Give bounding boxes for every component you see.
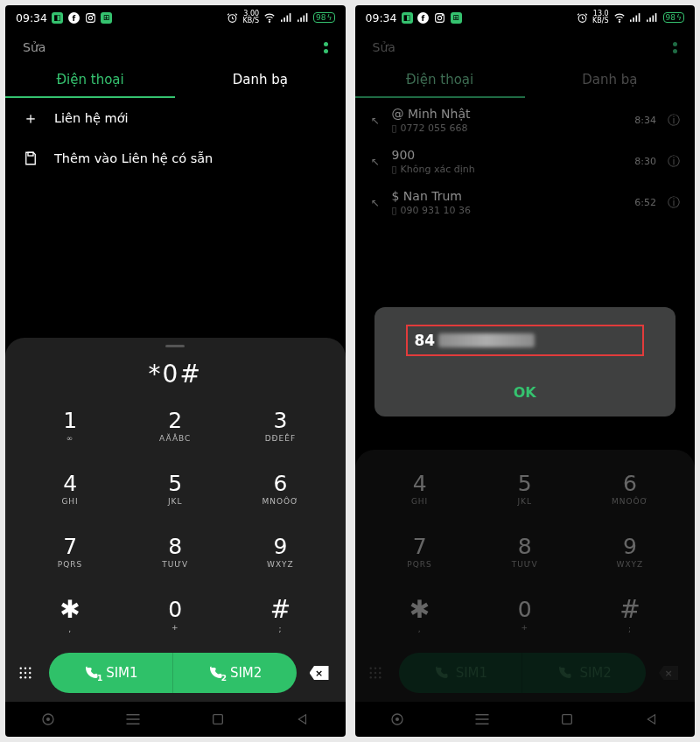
dimmed-content: Sửa Điện thoại Danh bạ ↖@ Minh Nhật▯0772… <box>355 26 696 225</box>
key-8[interactable]: 8TUƯV <box>122 520 228 583</box>
dialog-ok-button[interactable]: OK <box>390 372 661 416</box>
phone-icon <box>433 665 449 681</box>
nav-home-button[interactable] <box>208 710 228 729</box>
key-0[interactable]: 0+ <box>122 583 228 646</box>
key-8: 8TUƯV <box>472 520 578 583</box>
backspace-button[interactable]: × <box>305 666 333 680</box>
key-digit: # <box>270 595 290 624</box>
svg-rect-12 <box>300 18 302 22</box>
key-letters: PQRS <box>58 560 82 569</box>
key-✱[interactable]: ✱, <box>18 583 122 646</box>
key-letters: PQRS <box>407 560 431 569</box>
call-info: 900▯Không xác định <box>392 148 622 175</box>
call-info: @ Minh Nhật▯0772 055 668 <box>392 107 622 134</box>
option-add-to-existing[interactable]: Thêm vào Liên hệ có sẵn <box>5 138 346 178</box>
svg-rect-14 <box>305 13 307 22</box>
call-sim1-button[interactable]: 1 SIM1 <box>49 653 172 693</box>
tabs: Điện thoại Danh bạ <box>5 58 346 98</box>
svg-text:f: f <box>422 13 425 22</box>
key-7[interactable]: 7PQRS <box>18 520 122 583</box>
signal-icon <box>630 11 642 24</box>
call-time: 6:52 <box>630 197 656 208</box>
status-time: 09:34 <box>366 11 397 24</box>
key-digit: 6 <box>273 471 287 496</box>
svg-point-4 <box>93 14 94 15</box>
key-letters: GHI <box>61 497 78 506</box>
nav-recent-button[interactable] <box>388 710 407 729</box>
key-letters: DĐEÊF <box>265 434 296 443</box>
signal-icon <box>297 11 309 24</box>
key-6[interactable]: 6MNOÔƠ <box>228 457 332 520</box>
key-3[interactable]: 3DĐEÊF <box>228 394 332 457</box>
tab-contacts[interactable]: Danh bạ <box>175 63 345 98</box>
nav-menu-button[interactable] <box>472 710 492 729</box>
entered-number: *0# <box>5 353 346 394</box>
app-icon: ⊞ <box>101 12 112 24</box>
facebook-icon: f <box>67 11 80 24</box>
key-9[interactable]: 9WXYZ <box>228 520 332 583</box>
option-new-contact[interactable]: ＋ Liên hệ mới <box>5 98 346 138</box>
key-digit: 0 <box>168 597 182 622</box>
call-buttons: SIM1 SIM2 <box>399 653 647 693</box>
key-letters: TUƯV <box>162 560 188 569</box>
key-2[interactable]: 2AĂÂBC <box>122 394 228 457</box>
nav-home-button[interactable] <box>557 710 577 729</box>
phone-icon <box>556 665 572 681</box>
key-1[interactable]: 1∞ <box>18 394 122 457</box>
call-sim2-button[interactable]: 2 SIM2 <box>172 653 297 693</box>
key-#: #; <box>578 583 682 646</box>
call-time: 8:34 <box>630 115 656 126</box>
tab-phone[interactable]: Điện thoại <box>5 63 175 98</box>
dialpad-icon[interactable] <box>18 665 40 681</box>
contact-name: $ Nan Trum <box>392 189 622 203</box>
nav-bar <box>5 702 346 737</box>
key-letters: ∞ <box>66 434 74 443</box>
nav-recent-button[interactable] <box>38 710 58 729</box>
svg-rect-39 <box>647 19 648 21</box>
svg-point-6 <box>270 21 270 22</box>
option-label: Thêm vào Liên hệ có sẵn <box>54 151 213 165</box>
key-letters: TUƯV <box>512 560 538 569</box>
svg-rect-9 <box>286 16 288 22</box>
drag-handle[interactable] <box>165 345 185 347</box>
info-icon: ⓘ <box>665 195 682 211</box>
result-dialog: 84 OK <box>374 307 676 416</box>
key-5[interactable]: 5JKL <box>122 457 228 520</box>
svg-rect-40 <box>649 18 651 22</box>
nav-back-button[interactable] <box>642 710 662 729</box>
svg-point-20 <box>24 672 26 674</box>
key-digit: ✱ <box>60 595 80 624</box>
call-log-item: ↖900▯Không xác định8:30ⓘ <box>362 141 689 182</box>
instagram-icon <box>434 11 446 24</box>
key-letters: JKL <box>517 497 532 506</box>
app-icon: ◧ <box>402 12 413 24</box>
nav-back-button[interactable] <box>293 710 312 729</box>
instagram-icon <box>84 11 96 24</box>
svg-point-19 <box>20 672 22 674</box>
svg-point-3 <box>88 16 92 19</box>
key-✱: ✱, <box>368 583 472 646</box>
svg-rect-10 <box>289 13 290 22</box>
key-letters: WXYZ <box>617 560 644 569</box>
key-digit: 2 <box>168 408 182 433</box>
svg-rect-37 <box>636 16 638 22</box>
svg-point-23 <box>24 676 26 678</box>
key-letters: ; <box>628 625 632 634</box>
more-icon[interactable] <box>324 42 328 53</box>
svg-rect-41 <box>653 16 654 22</box>
battery-indicator: 98ϟ <box>663 12 684 23</box>
info-icon: ⓘ <box>665 113 682 129</box>
svg-rect-27 <box>213 715 222 724</box>
key-4[interactable]: 4GHI <box>18 457 122 520</box>
app-icon: ◧ <box>52 12 63 24</box>
key-4: 4GHI <box>368 457 472 520</box>
key-digit: 6 <box>623 471 637 496</box>
call-log-item: ↖@ Minh Nhật▯0772 055 6688:34ⓘ <box>362 100 689 141</box>
contact-name: 900 <box>392 148 622 162</box>
outgoing-icon: ↖ <box>368 156 383 168</box>
nav-menu-button[interactable] <box>123 710 143 729</box>
key-#[interactable]: #; <box>228 583 332 646</box>
status-bar: 09:34 ◧ f ⊞ 3.00 KB/S <box>5 5 346 26</box>
edit-button[interactable]: Sửa <box>23 40 46 54</box>
svg-point-47 <box>374 672 375 674</box>
